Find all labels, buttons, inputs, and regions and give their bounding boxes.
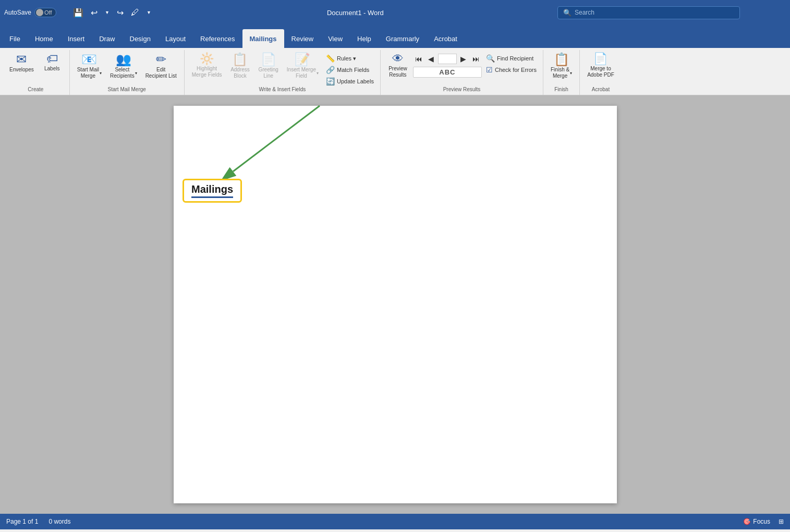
envelopes-label: Envelopes <box>9 67 34 73</box>
tab-view[interactable]: View <box>321 29 350 48</box>
nav-prev-button[interactable]: ◀ <box>426 53 437 65</box>
finish-merge-arrow: ▾ <box>570 71 572 76</box>
word-count: 0 words <box>48 518 70 525</box>
match-fields-label: Match Fields <box>337 67 369 73</box>
doc-page <box>174 106 617 503</box>
rules-icon: 📏 <box>326 54 335 63</box>
envelopes-button[interactable]: ✉ Envelopes <box>6 51 37 75</box>
preview-results-label: PreviewResults <box>388 66 407 78</box>
title-bar: AutoSave Off 💾 ↩ ▼ ↪ 🖊 ▼ Document1 - Wor… <box>0 0 790 25</box>
merge-to-pdf-icon: 📄 <box>593 53 607 65</box>
search-input[interactable] <box>575 9 734 16</box>
nav-first-button[interactable]: ⏮ <box>413 53 424 65</box>
tab-insert[interactable]: Insert <box>60 29 92 48</box>
preview-results-button[interactable]: 👁 PreviewResults <box>385 51 411 80</box>
nav-controls: ⏮ ◀ ▶ ⏭ <box>413 53 482 65</box>
start-mail-merge-button[interactable]: 📧 Start MailMerge ▾ <box>74 51 105 81</box>
status-bar: Page 1 of 1 0 words 🎯 Focus ⊞ <box>0 514 790 529</box>
page-info: Page 1 of 1 <box>6 518 38 525</box>
address-block-button[interactable]: 📋 AddressBlock <box>227 51 253 81</box>
rules-button[interactable]: 📏 Rules ▾ <box>324 53 376 64</box>
highlight-merge-fields-icon: 🔆 <box>200 53 214 65</box>
design-mode-icon[interactable]: 🖊 <box>129 6 141 19</box>
tab-review[interactable]: Review <box>284 29 321 48</box>
tab-draw[interactable]: Draw <box>92 29 122 48</box>
tab-mailings[interactable]: Mailings <box>242 29 284 48</box>
ribbon-group-write-insert: 🔆 HighlightMerge Fields 📋 AddressBlock 📄… <box>185 50 381 95</box>
select-recipients-label: SelectRecipients <box>110 67 135 79</box>
save-icon[interactable]: 💾 <box>71 6 86 20</box>
tab-layout[interactable]: Layout <box>158 29 193 48</box>
edit-recipient-list-button[interactable]: ✏ EditRecipient List <box>142 51 180 81</box>
ribbon-group-start-mail-merge: 📧 Start MailMerge ▾ 👥 SelectRecipients ▾… <box>70 50 185 95</box>
search-icon: 🔍 <box>563 9 572 17</box>
undo-icon[interactable]: ↩ <box>89 6 100 20</box>
find-recipient-button[interactable]: 🔍 Find Recipient <box>484 53 539 64</box>
tab-references[interactable]: References <box>193 29 242 48</box>
greeting-line-button[interactable]: 📄 GreetingLine <box>255 51 281 81</box>
edit-recipient-list-label: EditRecipient List <box>145 67 177 79</box>
envelopes-icon: ✉ <box>16 53 27 66</box>
find-check-col: 🔍 Find Recipient ☑ Check for Errors <box>484 51 539 75</box>
edit-recipient-list-icon: ✏ <box>156 53 166 66</box>
undo-dropdown-icon[interactable]: ▼ <box>103 8 112 17</box>
view-mode-icon: ⊞ <box>779 518 784 525</box>
ribbon-group-finish: 📋 Finish &Merge ▾ Finish <box>543 50 580 95</box>
highlight-merge-fields-label: HighlightMerge Fields <box>192 66 222 78</box>
tab-file[interactable]: File <box>2 29 28 48</box>
start-mail-merge-label: Start MailMerge <box>77 67 99 79</box>
tab-help[interactable]: Help <box>350 29 379 48</box>
start-mail-merge-items: 📧 Start MailMerge ▾ 👥 SelectRecipients ▾… <box>74 51 180 86</box>
rules-label: Rules ▾ <box>337 55 356 62</box>
focus-button[interactable]: 🎯 Focus <box>743 518 770 525</box>
highlight-merge-fields-button[interactable]: 🔆 HighlightMerge Fields <box>189 51 225 80</box>
autosave-label: AutoSave <box>4 9 31 16</box>
update-labels-label: Update Labels <box>337 78 374 84</box>
preview-results-icon: 👁 <box>392 53 404 65</box>
finish-items: 📋 Finish &Merge ▾ <box>548 51 575 86</box>
nav-next-button[interactable]: ▶ <box>458 53 469 65</box>
redo-icon[interactable]: ↪ <box>115 6 126 20</box>
labels-button[interactable]: 🏷 Labels <box>39 51 65 74</box>
customize-icon[interactable]: ▼ <box>144 8 153 17</box>
nav-last-button[interactable]: ⏭ <box>470 53 482 65</box>
finish-merge-icon: 📋 <box>554 53 569 66</box>
select-recipients-icon: 👥 <box>116 53 131 66</box>
find-recipient-icon: 🔍 <box>486 54 495 63</box>
find-recipient-label: Find Recipient <box>497 55 533 61</box>
doc-area <box>0 95 790 514</box>
tab-design[interactable]: Design <box>123 29 158 48</box>
check-errors-button[interactable]: ☑ Check for Errors <box>484 65 539 75</box>
search-box[interactable]: 🔍 <box>557 6 740 19</box>
check-errors-icon: ☑ <box>486 66 493 74</box>
view-mode-button[interactable]: ⊞ <box>779 518 784 525</box>
insert-merge-field-button[interactable]: 📝 Insert MergeField ▾ <box>284 51 322 81</box>
merge-to-pdf-label: Merge toAdobe PDF <box>587 66 614 78</box>
insert-merge-field-arrow: ▾ <box>317 71 319 76</box>
merge-to-pdf-button[interactable]: 📄 Merge toAdobe PDF <box>584 51 617 80</box>
autosave-toggle[interactable]: Off <box>34 8 56 17</box>
doc-title: Document1 - Word <box>157 9 553 17</box>
update-labels-button[interactable]: 🔄 Update Labels <box>324 76 376 86</box>
quick-access-toolbar: 💾 ↩ ▼ ↪ 🖊 ▼ <box>71 6 153 20</box>
autosave-area: AutoSave Off <box>4 8 67 17</box>
finish-merge-button[interactable]: 📋 Finish &Merge ▾ <box>548 51 575 81</box>
start-mail-merge-group-label: Start Mail Merge <box>108 86 146 94</box>
toggle-knob <box>36 9 43 16</box>
tab-grammarly[interactable]: Grammarly <box>379 29 427 48</box>
greeting-line-icon: 📄 <box>261 53 276 66</box>
preview-results-items: 👁 PreviewResults ⏮ ◀ ▶ ⏭ ABC 🔍 <box>385 51 539 86</box>
create-items: ✉ Envelopes 🏷 Labels <box>6 51 65 86</box>
finish-merge-label: Finish &Merge <box>551 67 569 79</box>
toggle-state: Off <box>44 9 52 16</box>
match-fields-icon: 🔗 <box>326 66 335 74</box>
acrobat-items: 📄 Merge toAdobe PDF <box>584 51 617 86</box>
select-recipients-button[interactable]: 👥 SelectRecipients ▾ <box>107 51 140 81</box>
tab-acrobat[interactable]: Acrobat <box>427 29 465 48</box>
match-fields-button[interactable]: 🔗 Match Fields <box>324 65 376 75</box>
ribbon-group-preview-results: 👁 PreviewResults ⏮ ◀ ▶ ⏭ ABC 🔍 <box>381 50 543 95</box>
tab-home[interactable]: Home <box>28 29 60 48</box>
labels-label: Labels <box>44 66 59 72</box>
nav-field-input[interactable] <box>438 54 457 64</box>
address-block-icon: 📋 <box>232 53 248 66</box>
